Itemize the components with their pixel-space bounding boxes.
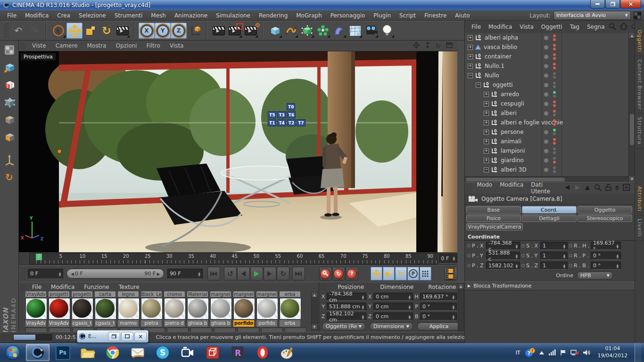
visibility-dots[interactable] [553,72,556,79]
viewport-tag-t4[interactable]: T4 [277,119,286,126]
om-home-icon[interactable] [620,23,627,31]
expand-toggle[interactable]: − [468,73,473,78]
material-name[interactable]: pietra d [164,320,185,327]
panel-grip[interactable] [20,42,26,49]
current-frame-field[interactable]: 0 F▲▼ [28,269,63,279]
am-add-box-icon[interactable] [623,184,630,192]
record-key-icon[interactable] [319,267,332,280]
menu-file[interactable]: File [3,12,21,19]
layer-dot[interactable] [544,45,548,49]
object-tree-row[interactable]: −0alberi 3D [465,165,628,174]
coord-value-field[interactable]: 1▲▼ [540,252,568,260]
coord-value-field[interactable]: 1582.102 cm▲▼ [327,313,366,321]
lock-y-icon[interactable]: Y [155,23,171,39]
hidden-icons-icon[interactable] [539,351,545,355]
add-spline-icon[interactable] [283,23,299,39]
taskbar-clock[interactable]: 01:04 19/04/2012 [595,346,630,360]
visibility-dots[interactable] [553,119,556,126]
object-name[interactable]: animali [501,138,521,145]
material-name[interactable]: VrayAdv [49,320,69,327]
attribute-tab-stereoscopico[interactable]: Stereoscopico [578,214,632,222]
paint-app-icon[interactable] [276,344,299,361]
object-name[interactable]: oggetti [493,82,513,88]
side-tab-content-browser[interactable]: Content Browser [635,56,644,114]
visibility-dot-red[interactable] [553,38,556,41]
material-name[interactable]: porfido [233,320,254,327]
coord-value-field[interactable]: 1582.102▲▼ [486,262,520,270]
viewport-maximize-view-icon[interactable] [446,42,453,49]
coord-value-field[interactable]: 0 cm▲▼ [373,313,413,321]
object-name[interactable]: arredo [501,91,519,98]
visibility-dot-gray[interactable] [553,166,556,169]
redo-icon[interactable]: ↷ [26,23,42,39]
key-pla-icon[interactable] [420,267,431,280]
anim-dot[interactable] [467,264,471,267]
am-menu-dati-utente[interactable]: Dati Utente [527,181,563,195]
close-button[interactable]: × [620,0,641,8]
loop-cw-icon[interactable]: ↻ [277,267,289,280]
viewport-rotate-view-icon[interactable]: ↻ [436,42,441,49]
visibility-dot-red[interactable] [553,57,556,60]
layer-dot[interactable] [544,92,548,97]
object-tree-row[interactable]: +0arredo [465,90,628,99]
materials-scrollbar[interactable]: ▲ ▼ [311,292,318,330]
material-item[interactable]: pietra d [164,298,187,327]
object-name[interactable]: giardino [501,157,524,164]
om-menu-oggetti[interactable]: Oggetti [537,24,566,30]
expand-toggle[interactable]: + [484,148,489,154]
volume-icon[interactable] [583,349,591,356]
visibility-dot-red[interactable] [553,100,556,103]
menu-selezione[interactable]: Selezione [74,12,110,19]
panel-grip[interactable] [466,184,472,192]
visibility-dot-gray[interactable] [553,95,556,98]
menu-animazione[interactable]: Animazione [170,12,212,19]
material-thumbnail[interactable] [118,298,140,320]
coord-value-field[interactable]: 169.637 °▲▼ [420,293,457,301]
lock-transformation-section[interactable]: ▶Blocca Trasformazione [465,281,635,290]
panel-grip[interactable] [20,284,26,289]
visibility-dot-red[interactable] [553,66,556,69]
material-item[interactable]: porfido [233,298,256,327]
timeline-ruler[interactable]: 051015202530354045505560657075808590 [29,253,438,264]
floating-mini-window[interactable]: E... × [77,330,149,343]
key-rotation-icon[interactable]: ↻ [395,267,407,280]
om-menu-tag[interactable]: Tag [566,24,583,30]
menu-personaggio[interactable]: Personaggio [326,12,370,19]
chrome-app-icon[interactable] [101,344,124,361]
coord-value-field[interactable]: 1▲▼ [540,262,568,270]
add-light-icon[interactable] [379,23,395,39]
menu-mograph[interactable]: MoGraph [292,12,326,19]
object-tree-row[interactable]: +0Nullo.1 [465,61,628,71]
texture-axis-icon[interactable]: ↻ [1,169,17,185]
polygon-mode-icon[interactable] [1,129,17,145]
object-name[interactable]: container [485,53,512,60]
layer-dot[interactable] [544,130,548,134]
am-back-icon[interactable] [564,185,570,192]
coord-panel-scrollbar[interactable]: ▲ [458,283,464,331]
material-name[interactable]: porfido [256,320,277,327]
coord-value-field[interactable]: 0 °▲▼ [420,303,457,311]
visibility-dot-red[interactable] [553,104,556,107]
material-thumbnail[interactable] [49,298,70,320]
model-mode-icon[interactable] [1,42,17,58]
visibility-dot-gray[interactable] [553,132,556,135]
viewport-canvas[interactable]: Y X Z Prospettiva T0T5T3T6T1T4T2T7 [19,51,457,253]
am-up-icon[interactable] [585,185,590,192]
visibility-dots[interactable] [553,148,556,154]
material-thumbnail[interactable] [187,298,209,320]
am-unlock-icon[interactable] [605,184,611,192]
coord-value-field[interactable]: 0 °▲▼ [420,313,457,321]
revit-app-icon[interactable]: R [226,344,249,361]
visibility-dots[interactable] [553,157,556,164]
undo-icon[interactable]: ↶ [10,23,26,39]
viewport-tag-t3[interactable]: T3 [277,111,286,118]
menu-finestre[interactable]: Finestre [420,12,451,19]
menu-rendering[interactable]: Rendering [255,12,292,19]
frame-back-icon[interactable] [237,267,250,280]
object-name[interactable]: lampioni [501,148,525,154]
visibility-dot-red[interactable] [553,63,556,66]
visibility-dots[interactable] [553,63,556,69]
visibility-dot-red[interactable] [553,48,556,50]
lock-x-icon[interactable]: X [139,23,155,39]
coord-system-icon[interactable] [187,23,203,39]
